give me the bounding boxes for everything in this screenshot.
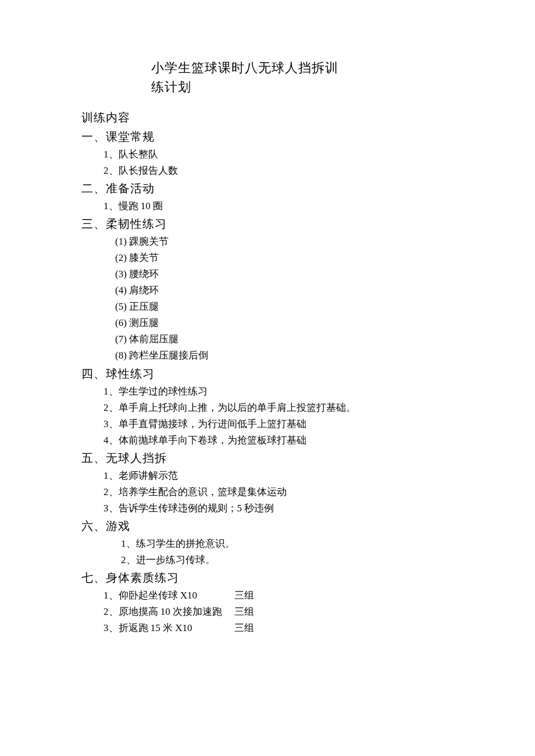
list-item: (5) 正压腿 [81, 299, 459, 315]
list-item: (3) 腰绕环 [81, 266, 459, 282]
exercise-sets: 三组 [234, 604, 459, 620]
section-5-heading: 五、无球人挡拆 [81, 449, 459, 468]
section-7-heading: 七、身体素质练习 [81, 568, 459, 587]
section-4-heading: 四、球性练习 [81, 364, 459, 384]
list-item: (8) 跨栏坐压腿接后倒 [81, 347, 459, 364]
document-title: 小学生篮球课时八无球人挡拆训 练计划 [151, 58, 459, 96]
title-line-2: 练计划 [151, 77, 459, 96]
exercise-name: 2、原地摸高 10 次接加速跑 [104, 604, 234, 620]
list-item: 2、培养学生配合的意识，篮球是集体运动 [81, 484, 459, 500]
list-item: 1、老师讲解示范 [81, 468, 459, 484]
section-6-heading: 六、游戏 [81, 517, 459, 536]
list-item: 1、仰卧起坐传球 X10 三组 [81, 587, 459, 604]
list-item: 1、慢跑 10 圈 [81, 198, 459, 214]
list-item: 1、练习学生的拼抢意识。 [81, 536, 459, 552]
list-item: (7) 体前屈压腿 [81, 331, 459, 347]
exercise-sets: 三组 [234, 620, 459, 636]
content-heading: 训练内容 [81, 108, 459, 127]
section-3-heading: 三、柔韧性练习 [81, 214, 459, 234]
title-line-1: 小学生篮球课时八无球人挡拆训 [151, 58, 459, 77]
list-item: 2、单手肩上托球向上推，为以后的单手肩上投篮打基础。 [81, 400, 459, 416]
section-2-heading: 二、准备活动 [81, 179, 459, 198]
list-item: 2、进一步练习传球。 [81, 552, 459, 568]
exercise-sets: 三组 [234, 587, 459, 604]
list-item: 1、学生学过的球性练习 [81, 384, 459, 400]
list-item: (2) 膝关节 [81, 250, 459, 266]
list-item: 3、告诉学生传球违例的规则；5 秒违例 [81, 500, 459, 517]
list-item: 3、折返跑 15 米 X10 三组 [81, 620, 459, 636]
list-item: (4) 肩绕环 [81, 282, 459, 299]
exercise-name: 3、折返跑 15 米 X10 [104, 620, 234, 636]
list-item: 1、队长整队 [81, 146, 459, 163]
list-item: 4、体前抛球单手向下卷球，为抢篮板球打基础 [81, 432, 459, 449]
list-item: (6) 测压腿 [81, 315, 459, 331]
list-item: 3、单手直臂抛接球，为行进间低手上篮打基础 [81, 416, 459, 432]
exercise-name: 1、仰卧起坐传球 X10 [104, 587, 234, 604]
list-item: 2、队长报告人数 [81, 163, 459, 179]
list-item: 2、原地摸高 10 次接加速跑 三组 [81, 604, 459, 620]
list-item: (1) 踝腕关节 [81, 234, 459, 250]
section-1-heading: 一、课堂常规 [81, 127, 459, 146]
